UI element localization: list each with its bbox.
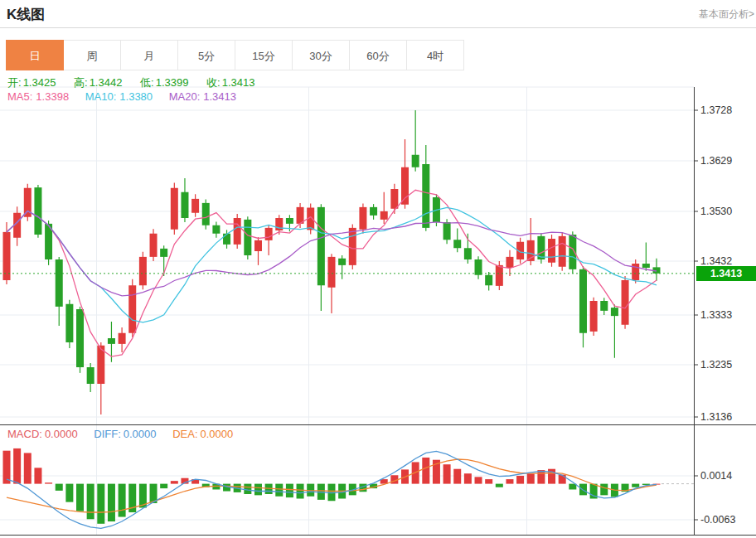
ma20-value: 1.3413 xyxy=(203,90,236,103)
macd-value: 0.0000 xyxy=(45,428,78,440)
low-value: 1.3399 xyxy=(156,76,189,89)
open-label: 开: xyxy=(7,76,22,89)
high-value: 1.3442 xyxy=(90,76,123,89)
dea-value: 0.0000 xyxy=(201,428,234,440)
ohlc-legend: 开:1.3425 高:1.3442 低:1.3399 收:1.3413 xyxy=(7,75,269,90)
diff-label: DIFF: xyxy=(94,428,121,440)
low-label: 低: xyxy=(140,76,154,89)
kline-page: K线图 基本面分析> 日 周 月 5分 15分 30分 60分 4时 开:1.3… xyxy=(0,0,756,538)
macd-axis-tick: 0.0014 xyxy=(700,469,732,482)
tab-day[interactable]: 日 xyxy=(6,40,64,70)
macd-axis-tick: -0.0063 xyxy=(700,513,735,526)
y-axis-tick: 1.3530 xyxy=(700,205,732,218)
close-label: 收: xyxy=(206,76,220,89)
ma-legend: MA5:1.3398 MA10:1.3380 MA20:1.3413 xyxy=(7,90,250,103)
y-axis-tick: 1.3728 xyxy=(700,104,732,117)
y-axis-tick: 1.3235 xyxy=(700,358,732,371)
dea-label: DEA: xyxy=(172,428,197,440)
ma10-label: MA10: xyxy=(85,90,117,103)
high-label: 高: xyxy=(74,76,88,89)
ma10-value: 1.3380 xyxy=(119,90,153,103)
current-price-tag: 1.3413 xyxy=(696,266,756,281)
macd-label: MACD: xyxy=(7,428,42,440)
ma5-value: 1.3398 xyxy=(36,90,69,103)
close-value: 1.3413 xyxy=(222,76,255,89)
macd-legend: MACD:0.0000 DIFF:0.0000 DEA:0.0000 xyxy=(7,428,246,440)
ma5-label: MA5: xyxy=(7,90,32,103)
y-axis-tick: 1.3629 xyxy=(700,154,732,167)
open-value: 1.3425 xyxy=(23,76,56,89)
diff-value: 0.0000 xyxy=(124,428,157,440)
y-axis-tick: 1.3333 xyxy=(700,308,732,322)
ma20-label: MA20: xyxy=(169,90,201,103)
y-axis-tick: 1.3136 xyxy=(700,410,732,424)
